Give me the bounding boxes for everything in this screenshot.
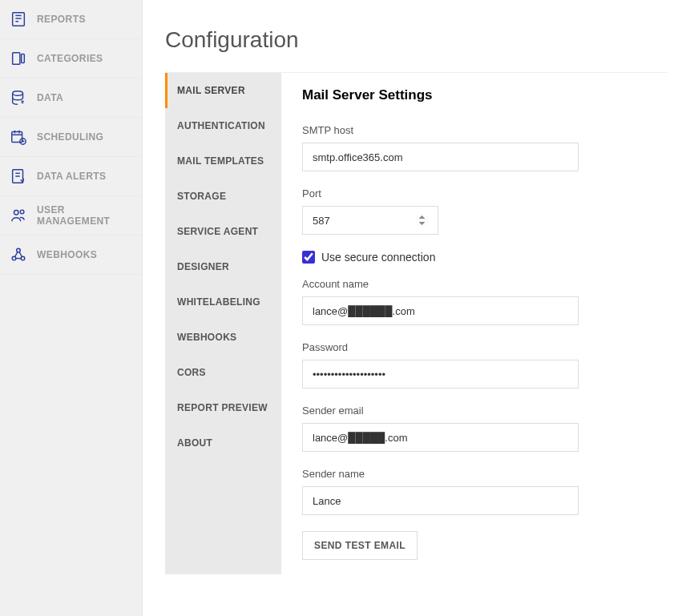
svg-point-6 [13,91,23,96]
svg-rect-0 [13,13,25,26]
panel-title: Mail Server Settings [302,87,647,103]
nav-item-reports[interactable]: REPORTS [0,0,142,39]
subnav-item-service-agent[interactable]: SERVICE AGENT [167,214,281,249]
field-use-secure: Use secure connection [302,251,647,264]
nav-item-label: WEBHOOKS [37,249,97,260]
label-smtp-host: SMTP host [302,124,647,136]
field-port: Port [302,187,647,235]
nav-item-label: DATA [37,92,63,103]
sender-email-input[interactable] [302,423,579,452]
left-sidebar: REPORTS CATEGORIES DATA SCHEDULING DATA … [0,0,143,616]
send-test-email-button[interactable]: SEND TEST EMAIL [302,531,418,560]
field-sender-email: Sender email [302,405,647,452]
svg-point-15 [14,211,19,215]
subnav-item-mail-server[interactable]: MAIL SERVER [165,73,281,108]
label-account-name: Account name [302,278,647,290]
nav-item-label: REPORTS [37,14,86,25]
main-content: Configuration MAIL SERVER AUTHENTICATION… [143,0,690,616]
nav-item-label: USER MANAGEMENT [37,204,132,227]
nav-item-data[interactable]: DATA [0,79,142,118]
label-sender-email: Sender email [302,405,647,417]
subnav-item-cors[interactable]: CORS [167,355,281,390]
account-name-input[interactable] [302,296,579,325]
label-use-secure: Use secure connection [321,251,435,264]
nav-item-user-management[interactable]: USER MANAGEMENT [0,196,142,236]
nav-item-scheduling[interactable]: SCHEDULING [0,118,142,157]
sender-name-input[interactable] [302,486,579,515]
use-secure-checkbox[interactable] [302,251,315,264]
smtp-host-input[interactable] [302,143,579,171]
subnav-item-authentication[interactable]: AUTHENTICATION [167,108,281,143]
categories-icon [10,50,27,67]
field-sender-name: Sender name [302,468,647,515]
data-alerts-icon [10,167,27,185]
data-icon [10,89,27,107]
page-title: Configuration [165,27,668,53]
field-account-name: Account name [302,278,647,325]
report-icon [10,10,27,28]
svg-point-16 [20,210,24,214]
nav-item-label: SCHEDULING [37,131,103,143]
svg-rect-4 [13,53,20,65]
label-password: Password [302,341,647,353]
port-input[interactable] [302,206,438,235]
config-area: MAIL SERVER AUTHENTICATION MAIL TEMPLATE… [165,72,668,574]
label-sender-name: Sender name [302,468,647,480]
password-input[interactable] [302,360,579,389]
config-subnav: MAIL SERVER AUTHENTICATION MAIL TEMPLATE… [165,73,281,574]
svg-rect-5 [22,54,25,63]
field-password: Password [302,341,647,389]
nav-item-label: DATA ALERTS [37,171,106,182]
subnav-item-whitelabeling[interactable]: WHITELABELING [167,284,281,320]
nav-item-webhooks[interactable]: WEBHOOKS [0,236,142,275]
subnav-item-webhooks[interactable]: WEBHOOKS [167,320,281,355]
subnav-item-storage[interactable]: STORAGE [167,179,281,214]
nav-item-categories[interactable]: CATEGORIES [0,39,142,79]
subnav-item-designer[interactable]: DESIGNER [167,249,281,284]
label-port: Port [302,187,647,199]
subnav-item-report-preview[interactable]: REPORT PREVIEW [167,390,281,425]
nav-item-data-alerts[interactable]: DATA ALERTS [0,157,142,196]
user-management-icon [10,207,27,224]
scheduling-icon [10,128,27,146]
mail-server-panel: Mail Server Settings SMTP host Port Use … [281,73,668,574]
webhooks-icon [10,246,27,264]
subnav-item-about[interactable]: ABOUT [167,425,281,461]
subnav-item-mail-templates[interactable]: MAIL TEMPLATES [167,143,281,179]
field-smtp-host: SMTP host [302,124,647,171]
nav-item-label: CATEGORIES [37,53,103,64]
